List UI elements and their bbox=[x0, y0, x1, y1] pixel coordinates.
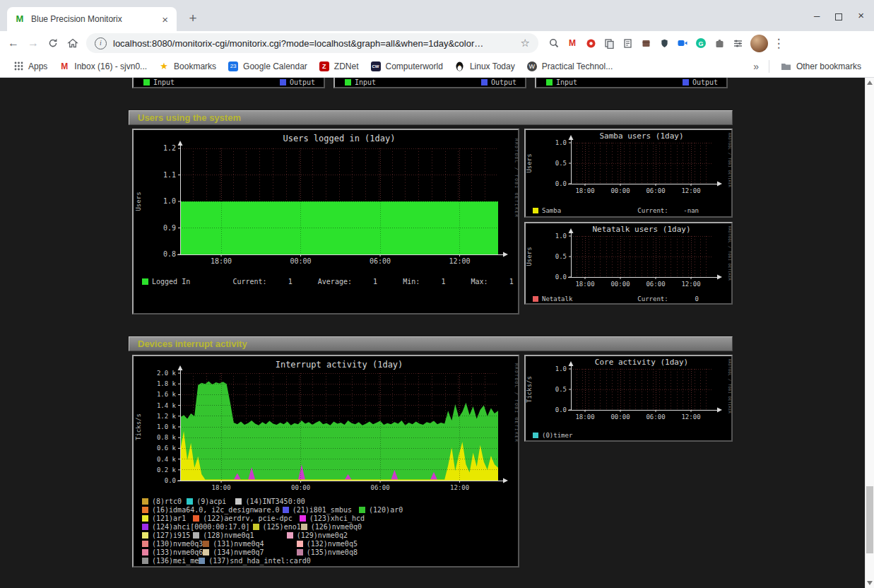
bookmark-bookmarks[interactable]: ★ Bookmarks bbox=[153, 58, 222, 75]
svg-text:0.0: 0.0 bbox=[555, 406, 567, 413]
svg-text:0.5: 0.5 bbox=[555, 386, 567, 393]
input-swatch bbox=[345, 79, 351, 86]
gmail-extension-icon[interactable]: M bbox=[565, 36, 579, 50]
svg-text:0.8: 0.8 bbox=[163, 250, 176, 258]
package-extension-icon[interactable] bbox=[639, 36, 653, 50]
svg-text:0.9: 0.9 bbox=[163, 224, 176, 232]
interrupt-activity-chart: 2.0 k1.8 k1.6 k1.4 k1.2 k1.0 k0.8 k0.6 k… bbox=[134, 356, 518, 565]
back-button[interactable]: ← bbox=[4, 34, 23, 52]
window-maximize-icon[interactable] bbox=[835, 13, 842, 20]
tune-extension-icon[interactable] bbox=[731, 36, 745, 50]
output-swatch bbox=[280, 79, 286, 86]
url-text[interactable]: localhost:8080/monitorix-cgi/monitorix.c… bbox=[113, 38, 516, 49]
svg-text:RRDTOOL / TOBI OETIKER: RRDTOOL / TOBI OETIKER bbox=[728, 359, 731, 414]
address-bar[interactable]: i localhost:8080/monitorix-cgi/monitorix… bbox=[86, 33, 538, 53]
core-activity-chart: 1.00.50.018:0000:0006:0012:00Core activi… bbox=[526, 356, 731, 440]
bookmark-inbox[interactable]: M Inbox (16) - sjvn0... bbox=[53, 58, 153, 75]
tab-title: Blue Precision Monitorix bbox=[31, 14, 160, 24]
site-info-icon[interactable]: i bbox=[95, 37, 107, 49]
samba-users-chart: 1.00.50.018:0000:0006:0012:00Samba users… bbox=[526, 130, 731, 215]
bookmark-practical-technology[interactable]: W Practical Technol... bbox=[521, 58, 619, 75]
section-header-users-label: Users using the system bbox=[138, 112, 241, 123]
svg-text:1.2: 1.2 bbox=[163, 144, 176, 152]
puzzle-extension-icon[interactable] bbox=[712, 36, 726, 50]
apps-shortcut[interactable]: Apps bbox=[7, 58, 53, 75]
svg-text:00:00: 00:00 bbox=[610, 413, 630, 421]
reload-button[interactable] bbox=[44, 34, 62, 52]
core-activity-panel: 1.00.50.018:0000:0006:0012:00Core activi… bbox=[524, 355, 733, 442]
svg-text:0.4 k: 0.4 k bbox=[157, 456, 177, 463]
pages-extension-icon[interactable] bbox=[620, 36, 634, 50]
network-graph-cutoff-panel-3: Input Output bbox=[535, 78, 728, 88]
home-icon bbox=[67, 37, 78, 49]
profile-avatar[interactable] bbox=[750, 35, 768, 52]
folder-icon bbox=[781, 61, 792, 72]
monitorix-favicon-icon: M bbox=[14, 13, 25, 25]
apps-label: Apps bbox=[28, 61, 47, 71]
bookmark-star-icon[interactable]: ☆ bbox=[521, 37, 530, 49]
users-logged-in-chart: 1.21.11.00.90.818:0000:0006:0012:00Users… bbox=[134, 130, 518, 286]
svg-text:06:00: 06:00 bbox=[646, 187, 665, 194]
window-minimize-icon[interactable]: – bbox=[814, 9, 820, 22]
chart-canvas: 2.0 k1.8 k1.6 k1.4 k1.2 k1.0 k0.8 k0.6 k… bbox=[134, 356, 518, 493]
svg-text:Samba users (1day): Samba users (1day) bbox=[599, 131, 683, 141]
svg-text:0.0: 0.0 bbox=[165, 477, 176, 484]
browser-tab[interactable]: M Blue Precision Monitorix × bbox=[7, 7, 177, 31]
svg-text:Users: Users bbox=[526, 247, 533, 266]
network-graph-cutoff-panel-2: Input Output bbox=[333, 78, 526, 88]
input-label: Input bbox=[556, 78, 577, 86]
users-logged-in-panel: 1.21.11.00.90.818:0000:0006:0012:00Users… bbox=[132, 129, 519, 314]
bookmark-practical-label: Practical Technol... bbox=[542, 61, 613, 71]
home-button[interactable] bbox=[64, 34, 82, 52]
pin-extension-icon[interactable] bbox=[584, 36, 598, 50]
bookmark-zdnet[interactable]: Z ZDNet bbox=[313, 58, 365, 75]
camera-extension-icon[interactable] bbox=[675, 36, 690, 50]
window-close-icon[interactable]: × bbox=[858, 9, 864, 22]
other-bookmarks-button[interactable]: Other bookmarks bbox=[775, 58, 867, 75]
copy-extension-icon[interactable] bbox=[602, 36, 616, 50]
bookmark-bookmarks-label: Bookmarks bbox=[174, 61, 216, 71]
up-arrow-icon bbox=[867, 81, 873, 85]
search-extension-icon[interactable] bbox=[547, 36, 561, 50]
svg-text:00:00: 00:00 bbox=[610, 281, 630, 288]
page-scrollbar[interactable] bbox=[865, 78, 874, 588]
svg-text:06:00: 06:00 bbox=[371, 484, 390, 491]
svg-text:RRDTOOL / TOBI OETIKER: RRDTOOL / TOBI OETIKER bbox=[514, 363, 518, 442]
svg-text:00:00: 00:00 bbox=[610, 187, 630, 194]
grammarly-extension-icon[interactable]: G bbox=[694, 36, 708, 50]
netatalk-users-panel: 1.00.50.018:0000:0006:0012:00Netatalk us… bbox=[524, 222, 733, 305]
bookmark-computerworld-label: Computerworld bbox=[386, 61, 443, 71]
gmail-icon: M bbox=[59, 61, 70, 72]
bookmark-inbox-label: Inbox (16) - sjvn0... bbox=[74, 61, 147, 71]
bookmarks-overflow-icon[interactable]: » bbox=[749, 61, 763, 72]
forward-button: → bbox=[24, 34, 42, 52]
svg-text:06:00: 06:00 bbox=[646, 413, 665, 421]
shield-extension-icon[interactable] bbox=[657, 36, 671, 50]
svg-text:G: G bbox=[698, 40, 703, 47]
bookmark-computerworld[interactable]: CW Computerworld bbox=[365, 58, 449, 75]
svg-text:1.2 k: 1.2 k bbox=[157, 413, 177, 420]
bookmark-linux-today[interactable]: Linux Today bbox=[449, 58, 521, 75]
scrollbar-down-button[interactable] bbox=[866, 578, 874, 588]
star-icon: ★ bbox=[158, 61, 170, 72]
svg-text:Users: Users bbox=[135, 192, 142, 211]
chart-legend: (0)timer bbox=[526, 431, 731, 440]
section-header-interrupts: Devices interrupt activity bbox=[129, 336, 733, 351]
browser-menu-icon[interactable]: ⋮ bbox=[772, 36, 785, 51]
scrollbar-thumb[interactable] bbox=[866, 486, 873, 553]
svg-text:18:00: 18:00 bbox=[575, 413, 594, 421]
new-tab-button[interactable]: + bbox=[184, 10, 202, 28]
tab-close-icon[interactable]: × bbox=[160, 14, 170, 25]
svg-text:0.5: 0.5 bbox=[555, 253, 567, 260]
calendar-icon: 23 bbox=[228, 61, 239, 72]
output-label: Output bbox=[491, 78, 516, 86]
svg-text:Users: Users bbox=[526, 153, 533, 172]
wordpress-icon: W bbox=[526, 61, 538, 72]
scrollbar-up-button[interactable] bbox=[866, 78, 874, 88]
svg-text:Ticks/s: Ticks/s bbox=[526, 376, 533, 403]
bookmark-google-calendar[interactable]: 23 Google Calendar bbox=[222, 58, 313, 75]
svg-text:1.0: 1.0 bbox=[163, 197, 176, 205]
output-label: Output bbox=[692, 78, 718, 86]
svg-text:12:00: 12:00 bbox=[681, 413, 700, 421]
svg-text:2.0 k: 2.0 k bbox=[157, 370, 177, 377]
